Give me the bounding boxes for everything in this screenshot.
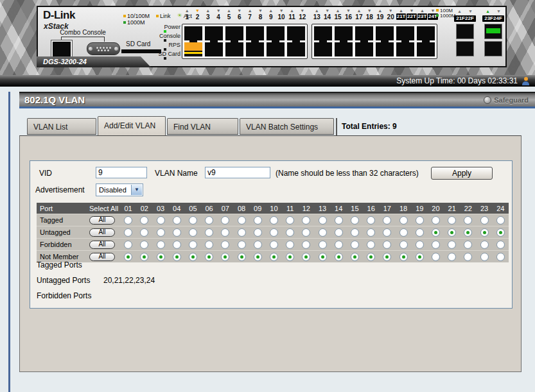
radio-forbidden-port-21[interactable] [448, 241, 456, 249]
radio-not-member-port-07[interactable] [221, 253, 229, 261]
radio-tagged-port-21[interactable] [448, 216, 456, 225]
tab-add-edit-vlan[interactable]: Add/Edit VLAN [98, 116, 166, 136]
radio-untagged-port-16[interactable] [367, 228, 375, 237]
radio-not-member-port-04[interactable] [173, 253, 181, 261]
radio-forbidden-port-04[interactable] [173, 241, 181, 249]
radio-not-member-port-17[interactable] [383, 253, 391, 261]
radio-forbidden-port-12[interactable] [302, 241, 310, 249]
select-all-forbidden-button[interactable]: All [89, 241, 115, 249]
radio-untagged-port-14[interactable] [335, 228, 343, 237]
radio-untagged-port-22[interactable] [464, 228, 472, 237]
radio-forbidden-port-10[interactable] [270, 241, 278, 249]
radio-untagged-port-18[interactable] [399, 228, 408, 237]
select-all-tagged-button[interactable]: All [89, 216, 115, 225]
radio-not-member-port-13[interactable] [319, 253, 327, 261]
radio-tagged-port-06[interactable] [205, 216, 213, 225]
radio-not-member-port-24[interactable] [496, 253, 505, 261]
radio-tagged-port-14[interactable] [335, 216, 343, 225]
radio-not-member-port-03[interactable] [157, 253, 165, 261]
radio-tagged-port-03[interactable] [157, 216, 165, 225]
radio-forbidden-port-05[interactable] [189, 241, 197, 249]
dropdown-button[interactable]: ▼ [131, 185, 142, 195]
radio-forbidden-port-08[interactable] [238, 241, 246, 249]
radio-untagged-port-13[interactable] [319, 228, 327, 237]
radio-tagged-port-02[interactable] [140, 216, 148, 225]
radio-untagged-port-03[interactable] [157, 228, 165, 237]
radio-not-member-port-18[interactable] [399, 253, 408, 261]
radio-forbidden-port-06[interactable] [205, 241, 213, 249]
radio-forbidden-port-18[interactable] [399, 241, 408, 249]
radio-tagged-port-07[interactable] [221, 216, 229, 225]
radio-forbidden-port-02[interactable] [140, 241, 148, 249]
radio-untagged-port-20[interactable] [432, 228, 440, 237]
radio-not-member-port-09[interactable] [254, 253, 262, 261]
radio-not-member-port-20[interactable] [432, 253, 440, 261]
radio-not-member-port-02[interactable] [140, 253, 148, 261]
radio-tagged-port-05[interactable] [189, 216, 197, 225]
radio-tagged-port-23[interactable] [480, 216, 489, 225]
radio-untagged-port-07[interactable] [221, 228, 229, 237]
radio-forbidden-port-17[interactable] [383, 241, 391, 249]
radio-tagged-port-18[interactable] [399, 216, 408, 225]
radio-untagged-port-21[interactable] [448, 228, 456, 237]
radio-tagged-port-13[interactable] [319, 216, 327, 225]
radio-untagged-port-05[interactable] [189, 228, 197, 237]
radio-tagged-port-22[interactable] [464, 216, 472, 225]
radio-forbidden-port-22[interactable] [464, 241, 472, 249]
apply-button[interactable]: Apply [431, 167, 493, 180]
radio-untagged-port-06[interactable] [205, 228, 213, 237]
radio-not-member-port-06[interactable] [205, 253, 213, 261]
radio-forbidden-port-01[interactable] [124, 241, 132, 249]
advertisement-select[interactable]: Disabled ▼ [96, 183, 143, 196]
radio-not-member-port-15[interactable] [351, 253, 359, 261]
radio-not-member-port-19[interactable] [416, 253, 424, 261]
radio-forbidden-port-20[interactable] [432, 241, 440, 249]
radio-not-member-port-10[interactable] [270, 253, 278, 261]
radio-not-member-port-14[interactable] [335, 253, 343, 261]
radio-tagged-port-19[interactable] [416, 216, 424, 225]
radio-untagged-port-04[interactable] [173, 228, 181, 237]
vid-input[interactable] [96, 167, 147, 178]
radio-untagged-port-24[interactable] [496, 228, 505, 237]
radio-not-member-port-22[interactable] [464, 253, 472, 261]
radio-forbidden-port-16[interactable] [367, 241, 375, 249]
radio-forbidden-port-19[interactable] [416, 241, 424, 249]
radio-untagged-port-12[interactable] [302, 228, 310, 237]
radio-forbidden-port-03[interactable] [157, 241, 165, 249]
radio-tagged-port-08[interactable] [238, 216, 246, 225]
radio-tagged-port-24[interactable] [496, 216, 505, 225]
radio-untagged-port-19[interactable] [416, 228, 424, 237]
radio-tagged-port-09[interactable] [254, 216, 262, 225]
radio-forbidden-port-13[interactable] [319, 241, 327, 249]
tab-vlan-list[interactable]: VLAN List [27, 118, 96, 135]
select-all-untagged-button[interactable]: All [89, 228, 115, 237]
radio-not-member-port-12[interactable] [302, 253, 310, 261]
radio-not-member-port-23[interactable] [480, 253, 489, 261]
radio-tagged-port-11[interactable] [286, 216, 294, 225]
radio-tagged-port-20[interactable] [432, 216, 440, 225]
user-icon[interactable] [522, 77, 530, 85]
radio-untagged-port-11[interactable] [286, 228, 294, 237]
radio-untagged-port-02[interactable] [140, 228, 148, 237]
radio-tagged-port-15[interactable] [351, 216, 359, 225]
radio-forbidden-port-09[interactable] [254, 241, 262, 249]
radio-tagged-port-12[interactable] [302, 216, 310, 225]
tab-vlan-batch-settings[interactable]: VLAN Batch Settings [240, 118, 334, 135]
radio-tagged-port-01[interactable] [124, 216, 132, 225]
radio-not-member-port-21[interactable] [448, 253, 456, 261]
radio-untagged-port-08[interactable] [238, 228, 246, 237]
radio-tagged-port-16[interactable] [367, 216, 375, 225]
radio-untagged-port-17[interactable] [383, 228, 391, 237]
radio-forbidden-port-07[interactable] [221, 241, 229, 249]
radio-not-member-port-16[interactable] [367, 253, 375, 261]
radio-untagged-port-23[interactable] [480, 228, 489, 237]
vlan-name-input[interactable] [205, 167, 270, 178]
radio-tagged-port-17[interactable] [383, 216, 391, 225]
radio-forbidden-port-23[interactable] [480, 241, 489, 249]
radio-not-member-port-01[interactable] [124, 253, 132, 261]
radio-not-member-port-05[interactable] [189, 253, 197, 261]
radio-untagged-port-01[interactable] [124, 228, 132, 237]
radio-forbidden-port-24[interactable] [496, 241, 505, 249]
radio-not-member-port-11[interactable] [286, 253, 294, 261]
radio-forbidden-port-14[interactable] [335, 241, 343, 249]
